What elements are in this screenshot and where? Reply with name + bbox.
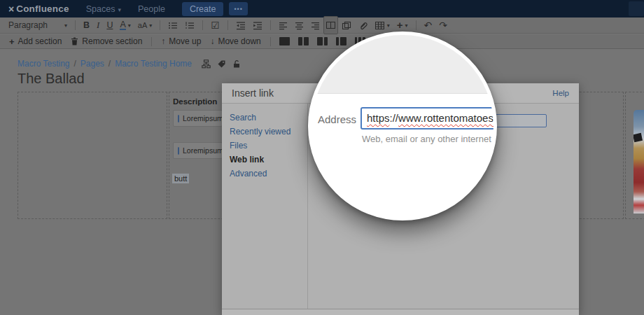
dialog-footer: [222, 309, 579, 315]
sidebar-item-recently-viewed[interactable]: Recently viewed: [222, 125, 307, 139]
unlock-icon[interactable]: [232, 59, 241, 69]
breadcrumb-separator: /: [74, 59, 76, 69]
undo-icon: ↶: [424, 20, 433, 30]
dialog-sidebar: Search Recently viewed Files Web link Ad…: [222, 104, 308, 309]
plus-icon: +: [9, 36, 15, 47]
chevron-down-icon: ▾: [149, 22, 152, 29]
layout-two-columns-right-button[interactable]: [336, 37, 346, 46]
chevron-down-icon: ▾: [387, 22, 390, 29]
address-hint: Web, email or any other internet address: [362, 134, 497, 144]
format-toolbar: Paragraph ▾ B I U A ▾ aA ▾ ☑: [0, 18, 644, 34]
nav-people[interactable]: People: [138, 4, 165, 14]
breadcrumb-separator: /: [108, 59, 111, 69]
outdent-button[interactable]: [232, 18, 249, 32]
description-header: Description: [173, 97, 217, 106]
macro-label: Loremipsum: [183, 114, 223, 122]
screen: × Confluence Spaces▾ People Create ••• P…: [0, 0, 644, 315]
bold-label: B: [83, 20, 90, 30]
up-arrow-icon: ↑: [161, 36, 165, 46]
layout-two-columns-left-button[interactable]: [317, 37, 328, 46]
add-section-button[interactable]: + Add section: [9, 36, 62, 47]
text-color-label: A: [120, 20, 125, 30]
numbered-list-button[interactable]: [181, 18, 198, 32]
files-icon: [342, 21, 351, 30]
undo-button[interactable]: ↶: [421, 18, 436, 32]
indent-button[interactable]: [249, 18, 266, 32]
macro-placeholder[interactable]: Loremipsum: [173, 110, 223, 127]
chevron-down-icon: ▾: [64, 22, 67, 29]
confluence-logo[interactable]: × Confluence: [8, 4, 69, 15]
breadcrumb-pages-link[interactable]: Pages: [80, 59, 104, 69]
redo-icon: ↷: [439, 20, 447, 30]
move-up-label: Move up: [169, 36, 201, 46]
bold-button[interactable]: B: [80, 18, 93, 32]
align-left-icon: [279, 21, 288, 30]
layout-single-column-button[interactable]: [279, 37, 290, 46]
nav-right-stub: [629, 1, 644, 16]
align-left-button[interactable]: [275, 18, 291, 32]
redo-button[interactable]: ↷: [435, 18, 451, 32]
sidebar-item-web-link[interactable]: Web link: [222, 153, 307, 167]
labels-tag-icon[interactable]: [217, 59, 226, 69]
section-toolbar: + Add section Remove section ↑ Move up ↓…: [0, 34, 644, 49]
confluence-logo-icon: ×: [8, 4, 14, 15]
toolbar-separator: [202, 20, 203, 30]
insert-files-button[interactable]: [338, 18, 355, 32]
breadcrumb: Macro Testing / Pages / Macro Testing Ho…: [18, 59, 241, 69]
insert-link-button[interactable]: [355, 18, 372, 32]
toolbar-separator: [75, 20, 76, 30]
text-color-dropdown[interactable]: A ▾: [116, 18, 134, 32]
breadcrumb-home-link[interactable]: Macro Testing Home: [115, 59, 192, 69]
numbered-list-icon: [185, 21, 195, 30]
sidebar-item-files[interactable]: Files: [222, 139, 307, 153]
move-up-button[interactable]: ↑ Move up: [161, 36, 201, 46]
indent-icon: [253, 21, 262, 30]
nav-more-button[interactable]: •••: [229, 2, 247, 15]
sidebar-item-advanced[interactable]: Advanced: [222, 167, 307, 181]
bullet-list-button[interactable]: [164, 18, 181, 32]
create-button[interactable]: Create: [182, 2, 224, 16]
address-input-magnified[interactable]: https://www.rottentomatoes.com/: [360, 107, 497, 130]
align-center-button[interactable]: [291, 18, 307, 32]
paragraph-style-dropdown[interactable]: Paragraph ▾: [0, 18, 71, 32]
url-scheme: https: [367, 112, 390, 124]
help-link[interactable]: Help: [552, 89, 569, 97]
movie-poster-image[interactable]: [634, 110, 644, 214]
italic-label: I: [97, 20, 99, 31]
move-down-button[interactable]: ↓ Move down: [210, 36, 260, 46]
italic-button[interactable]: I: [93, 18, 103, 32]
insert-table-dropdown[interactable]: ▾: [372, 18, 393, 32]
align-right-icon: [311, 21, 320, 30]
nav-spaces[interactable]: Spaces▾: [86, 4, 121, 14]
more-formatting-label: aA: [138, 21, 147, 29]
add-section-label: Add section: [18, 36, 62, 46]
down-arrow-icon: ↓: [210, 36, 214, 46]
toolbar-separator: [416, 20, 416, 30]
remove-section-button[interactable]: Remove section: [71, 36, 142, 46]
bullet-list-icon: [168, 21, 178, 30]
poster-detail: [634, 133, 643, 142]
page-tree-icon[interactable]: [202, 59, 211, 69]
page-layout-button[interactable]: [323, 16, 338, 34]
underline-button[interactable]: U: [103, 18, 116, 32]
toolbar-separator: [160, 20, 160, 30]
dialog-title: Insert link: [232, 88, 274, 99]
more-formatting-dropdown[interactable]: aA ▾: [134, 18, 155, 32]
selected-text[interactable]: butt: [172, 174, 189, 183]
macro-placeholder[interactable]: Loremipsum: [173, 142, 223, 159]
page-title[interactable]: The Ballad: [18, 71, 85, 87]
layout-glyph: [279, 37, 290, 46]
insert-more-dropdown[interactable]: + ▾: [393, 18, 412, 32]
macro-icon: [178, 147, 179, 155]
layout-two-columns-button[interactable]: [298, 37, 309, 46]
breadcrumb-space-link[interactable]: Macro Testing: [18, 59, 69, 69]
chevron-down-icon: ▾: [405, 22, 408, 29]
nav-spaces-label: Spaces: [86, 4, 115, 14]
sidebar-item-search[interactable]: Search: [222, 111, 307, 125]
layout-column-empty[interactable]: [18, 92, 167, 219]
align-right-button[interactable]: [307, 18, 323, 32]
macro-icon: [178, 115, 179, 122]
nav-people-label: People: [138, 4, 165, 14]
trash-icon: [71, 37, 78, 46]
task-list-button[interactable]: ☑: [207, 18, 223, 32]
